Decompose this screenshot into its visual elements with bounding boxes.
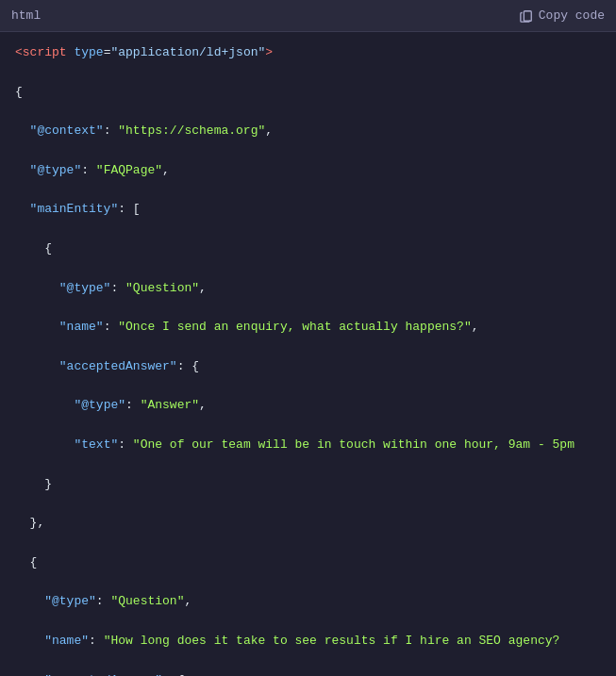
- toolbar: html Copy code: [0, 0, 616, 32]
- language-label: html: [11, 8, 41, 23]
- line: },: [15, 514, 601, 534]
- line: "@type": "FAQPage",: [15, 161, 601, 181]
- line: }: [15, 475, 601, 495]
- line: {: [15, 83, 601, 103]
- line: "acceptedAnswer": {: [15, 671, 601, 677]
- svg-rect-0: [524, 10, 531, 21]
- code-area: <script type="application/ld+json"> { "@…: [0, 32, 616, 676]
- clipboard-icon: [520, 9, 533, 23]
- line: "acceptedAnswer": {: [15, 357, 601, 377]
- line: "mainEntity": [: [15, 200, 601, 220]
- line: "@type": "Question",: [15, 279, 601, 299]
- copy-label: Copy code: [539, 8, 605, 23]
- line: "name": "Once I send an enquiry, what ac…: [15, 318, 601, 338]
- line: <script type="application/ld+json">: [15, 43, 601, 63]
- line: "@type": "Question",: [15, 592, 601, 612]
- line: {: [15, 553, 601, 573]
- line: {: [15, 239, 601, 259]
- line: "@type": "Answer",: [15, 396, 601, 416]
- line: "@context": "https://schema.org",: [15, 122, 601, 141]
- line: "text": "One of our team will be in touc…: [15, 436, 601, 455]
- copy-button[interactable]: Copy code: [520, 8, 605, 23]
- line: "name": "How long does it take to see re…: [15, 632, 601, 651]
